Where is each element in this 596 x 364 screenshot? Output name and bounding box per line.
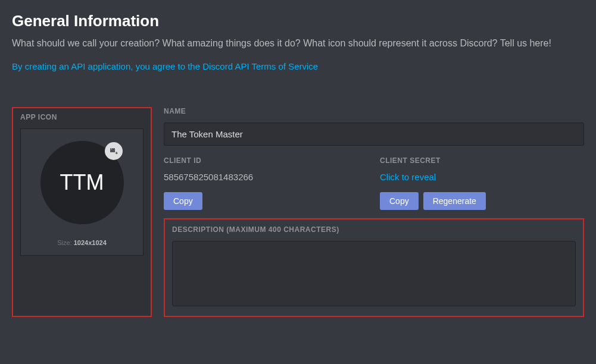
name-label: NAME: [164, 107, 584, 115]
app-icon-size: Size: 1024x1024: [57, 239, 107, 246]
description-label: DESCRIPTION (MAXIMUM 400 CHARACTERS): [172, 225, 576, 234]
description-section: DESCRIPTION (MAXIMUM 400 CHARACTERS): [164, 218, 584, 317]
description-textarea[interactable]: [172, 241, 576, 306]
page-subtitle: What should we call your creation? What …: [12, 36, 584, 51]
app-icon-section: APP ICON TTM Size: 1024x1024: [12, 107, 152, 317]
page-title: General Information: [12, 12, 584, 30]
app-icon-upload[interactable]: TTM Size: 1024x1024: [20, 128, 143, 256]
upload-image-icon[interactable]: [105, 142, 123, 160]
client-id-label: CLIENT ID: [164, 156, 368, 165]
client-id-value: 585675825081483266: [164, 172, 368, 185]
app-avatar: TTM: [40, 141, 124, 224]
regenerate-secret-button[interactable]: Regenerate: [423, 192, 486, 210]
copy-client-id-button[interactable]: Copy: [164, 192, 202, 210]
copy-client-secret-button[interactable]: Copy: [380, 192, 419, 210]
client-secret-label: CLIENT SECRET: [380, 156, 584, 165]
reveal-secret-link[interactable]: Click to reveal: [380, 172, 584, 185]
app-icon-label: APP ICON: [20, 113, 143, 121]
avatar-initials: TTM: [60, 170, 104, 195]
name-input[interactable]: [164, 123, 584, 146]
tos-link[interactable]: By creating an API application, you agre…: [12, 61, 318, 71]
